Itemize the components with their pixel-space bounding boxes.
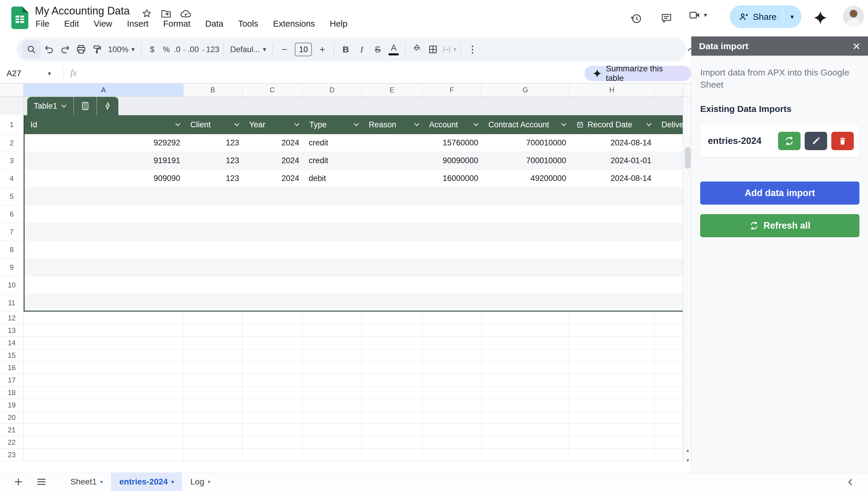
cell-A14[interactable] — [24, 337, 184, 349]
cell-F5[interactable] — [423, 187, 483, 205]
all-sheets-icon[interactable] — [33, 473, 50, 491]
cell-A23[interactable] — [24, 449, 184, 461]
menu-edit[interactable]: Edit — [62, 18, 81, 29]
cell-D2[interactable]: credit — [303, 134, 363, 152]
star-icon[interactable] — [142, 8, 152, 19]
cell-F20[interactable] — [422, 411, 482, 424]
name-box[interactable]: A27 ▾ — [0, 64, 64, 83]
cell-H20[interactable] — [569, 411, 655, 424]
row-header-17[interactable]: 17 — [0, 374, 24, 386]
cell-D23[interactable] — [303, 449, 362, 461]
cell-C12[interactable] — [242, 312, 303, 324]
cell-D13[interactable] — [303, 324, 362, 337]
corner-box[interactable] — [0, 84, 24, 96]
cell-A13[interactable] — [24, 324, 184, 337]
cell-C14[interactable] — [242, 337, 303, 349]
cell-F9[interactable] — [423, 259, 483, 276]
cell-A10[interactable] — [25, 276, 184, 294]
row-header-7[interactable]: 7 — [0, 223, 24, 241]
more-toolbar-icon[interactable] — [464, 41, 480, 58]
refresh-all-button[interactable]: Refresh all — [700, 214, 860, 237]
cell-G16[interactable] — [482, 362, 569, 374]
cell-H15[interactable] — [569, 349, 655, 362]
cell-H13[interactable] — [569, 324, 655, 337]
cell-D6[interactable] — [303, 205, 363, 223]
cell-E9[interactable] — [363, 259, 423, 276]
cell-B19[interactable] — [184, 399, 242, 411]
paint-format-icon[interactable] — [89, 41, 105, 58]
cell-B16[interactable] — [184, 362, 242, 374]
cell-C15[interactable] — [242, 349, 303, 362]
cell-E14[interactable] — [362, 337, 422, 349]
cell-A3[interactable]: 919191 — [25, 152, 184, 169]
cell-I16[interactable] — [655, 362, 683, 374]
cell-C22[interactable] — [242, 436, 303, 449]
cell-I11[interactable] — [655, 294, 684, 312]
cell-I18[interactable] — [655, 386, 683, 399]
cell-H6[interactable] — [570, 205, 655, 223]
cell-H22[interactable] — [569, 436, 655, 449]
cell-F10[interactable] — [423, 276, 483, 294]
cell-D20[interactable] — [303, 411, 362, 424]
row-header-8[interactable]: 8 — [0, 241, 24, 259]
cell-F21[interactable] — [422, 424, 482, 436]
menu-data[interactable]: Data — [203, 18, 225, 29]
cell-F3[interactable]: 90090000 — [423, 152, 483, 169]
fx-icon[interactable]: fx — [70, 67, 77, 78]
row-header-19[interactable]: 19 — [0, 399, 24, 411]
sheet-tab-log[interactable]: Log▾ — [182, 473, 218, 491]
cell-C13[interactable] — [242, 324, 303, 337]
cell-H2[interactable]: 2024-08-14 — [570, 134, 655, 152]
cell-E21[interactable] — [362, 424, 422, 436]
cell-C18[interactable] — [242, 386, 303, 399]
cell-C17[interactable] — [242, 374, 303, 386]
cell-D17[interactable] — [303, 374, 362, 386]
cell-G22[interactable] — [482, 436, 569, 449]
move-to-folder-icon[interactable] — [160, 8, 172, 19]
sheet-tab-entries-2024[interactable]: entries-2024▾ — [111, 473, 182, 491]
table-header-deliver[interactable]: Deliver — [655, 115, 684, 134]
cell-D7[interactable] — [303, 223, 363, 240]
cell-B11[interactable] — [184, 294, 243, 312]
table-header-id[interactable]: Id — [25, 115, 184, 134]
row-header-15[interactable]: 15 — [0, 349, 24, 362]
cell-G2[interactable]: 700010000 — [483, 134, 570, 152]
cell-A8[interactable] — [25, 241, 184, 258]
row-header-16[interactable]: 16 — [0, 362, 24, 374]
cell-G20[interactable] — [482, 411, 569, 424]
cell-E17[interactable] — [362, 374, 422, 386]
text-color-button[interactable]: A — [385, 41, 402, 58]
row-header-13[interactable]: 13 — [0, 324, 24, 337]
cell-A5[interactable] — [25, 187, 184, 205]
strikethrough-button[interactable]: S — [370, 41, 385, 58]
cell-H8[interactable] — [570, 241, 655, 258]
cell-H18[interactable] — [569, 386, 655, 399]
cell-I12[interactable] — [655, 312, 683, 324]
cell-F4[interactable]: 16000000 — [423, 170, 483, 187]
cell-H14[interactable] — [569, 337, 655, 349]
cell-D15[interactable] — [303, 349, 362, 362]
cell-G19[interactable] — [482, 399, 569, 411]
cell-H11[interactable] — [570, 294, 655, 312]
row-header-14[interactable]: 14 — [0, 337, 24, 349]
column-header-D[interactable]: D — [303, 84, 362, 96]
cell-C19[interactable] — [242, 399, 303, 411]
font-size-input[interactable]: 10 — [295, 42, 312, 56]
cell-D4[interactable]: debit — [303, 170, 363, 187]
cell-C7[interactable] — [243, 223, 303, 240]
document-title[interactable]: My Accounting Data — [35, 5, 130, 17]
cell-H17[interactable] — [569, 374, 655, 386]
cell-D11[interactable] — [303, 294, 363, 312]
add-sheet-icon[interactable] — [9, 473, 27, 491]
cell-G18[interactable] — [482, 386, 569, 399]
italic-button[interactable]: I — [354, 41, 370, 58]
cell-C8[interactable] — [243, 241, 303, 258]
cell-B6[interactable] — [184, 205, 243, 223]
cell-A21[interactable] — [24, 424, 184, 436]
column-header-G[interactable]: G — [482, 84, 569, 96]
cell-D12[interactable] — [303, 312, 362, 324]
cell-H4[interactable]: 2024-08-14 — [570, 170, 655, 187]
cell-I8[interactable] — [655, 241, 684, 258]
cell-B7[interactable] — [184, 223, 243, 240]
cell-F14[interactable] — [422, 337, 482, 349]
